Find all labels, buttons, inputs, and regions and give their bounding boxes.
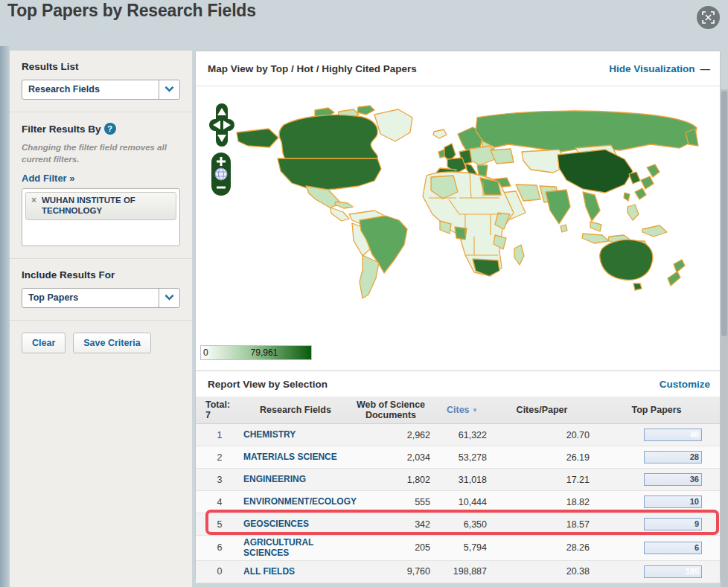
field-link[interactable]: GEOSCIENCES [243,517,309,530]
top-papers-bar: 10 [644,495,702,508]
table-row-highlighted: 5 GEOSCIENCES 342 6,350 18.57 9 [196,513,720,536]
expand-icon [702,11,715,24]
main-panel: Map View by Top / Hot / Highly Cited Pap… [195,51,721,580]
cites-per-paper-value: 17.21 [491,475,593,485]
field-link[interactable]: MATERIALS SCIENCE [243,450,337,463]
report-table: Total:7 Research Fields Web of Science D… [196,397,720,579]
chevron-down-icon [165,83,174,92]
column-header-top-papers[interactable]: Top Papers [593,402,720,417]
row-rank: 4 [196,497,243,507]
world-map[interactable] [203,103,717,341]
cites-value: 6,350 [434,519,491,530]
hide-visualization-link[interactable]: Hide Visualization— [609,51,710,86]
field-link[interactable]: ALL FIELDS [243,565,295,578]
filter-note: Changing the filter field removes all cu… [22,142,180,165]
results-list-heading: Results List [22,61,180,72]
wos-documents-value: 342 [348,519,434,530]
cites-per-paper-value: 18.57 [491,519,593,530]
filter-chip-label: WUHAN INSTITUTE OF TECHNOLOGY [42,196,135,215]
field-link[interactable]: ENGINEERING [243,472,306,486]
row-rank: 6 [196,542,243,553]
legend-max-value: 79,961 [251,347,278,358]
top-papers-bar: 9 [644,518,702,530]
field-link[interactable]: AGRICULTURAL SCIENCES [243,536,348,560]
report-view-header: Report View by Selection Customize [196,371,720,397]
legend-min-value: 0 [203,347,208,358]
include-results-dropdown-button[interactable] [159,289,179,307]
results-list-select[interactable]: Research Fields [22,80,180,100]
scrollbar-thumb[interactable] [721,91,727,336]
table-row: 2 MATERIALS SCIENCE 2,034 53,278 26.19 2… [196,446,720,469]
table-row: 0 ALL FIELDS 9,760 198,887 20.38 185 [196,561,720,583]
field-link[interactable]: ENVIRONMENT/ECOLOGY [243,495,357,508]
cites-value: 61,322 [434,430,491,440]
top-papers-bar: 185 [644,565,702,578]
wos-documents-value: 205 [348,542,434,553]
top-papers-bar: 6 [644,542,702,554]
wos-documents-value: 2,962 [348,430,434,440]
wos-documents-value: 555 [348,497,434,507]
map-pan-control[interactable] [209,103,234,147]
top-papers-bar: 28 [644,451,702,463]
sort-desc-icon: ▼ [472,407,478,414]
cites-per-paper-value: 18.82 [491,497,593,507]
clear-button[interactable]: Clear [22,333,66,353]
include-results-section: Include Results For Top Papers [10,259,192,321]
column-header-cites-per-paper[interactable]: Cites/Paper [491,402,593,417]
column-header-research-fields[interactable]: Research Fields [243,402,348,417]
sidebar: Results List Research Fields Filter Resu… [10,51,192,587]
row-rank: 3 [196,475,243,485]
filter-chip[interactable]: × WUHAN INSTITUTE OF TECHNOLOGY [25,192,176,220]
cites-per-paper-value: 20.70 [491,430,593,440]
cites-value: 53,278 [434,452,491,463]
results-list-selected-value: Research Fields [22,80,159,99]
include-results-selected-value: Top Papers [22,289,159,307]
map-view-header: Map View by Top / Hot / Highly Cited Pap… [196,51,720,86]
sidebar-buttons-section: Clear Save Criteria [10,321,192,365]
expand-button[interactable] [697,6,720,29]
filter-section: Filter Results By? Changing the filter f… [10,112,192,259]
chevron-down-icon [165,291,174,301]
map-view-title: Map View by Top / Hot / Highly Cited Pap… [208,51,417,86]
report-view-title: Report View by Selection [208,371,328,397]
include-results-select[interactable]: Top Papers [22,288,180,308]
scrollbar[interactable] [721,89,728,587]
filter-heading: Filter Results By? [22,123,180,135]
results-list-dropdown-button[interactable] [159,80,179,99]
column-header-wos-documents[interactable]: Web of Science Documents [348,397,434,423]
table-row: 4 ENVIRONMENT/ECOLOGY 555 10,444 18.82 1… [196,491,720,513]
row-rank: 1 [196,430,243,440]
app-header: Top Papers by Research Fields [0,0,728,46]
cites-value: 5,794 [434,542,491,553]
cites-value: 198,887 [434,566,491,577]
top-papers-bar: 36 [644,473,702,486]
table-header-row: Total:7 Research Fields Web of Science D… [196,397,720,424]
results-list-section: Results List Research Fields [10,51,192,112]
page: Top Papers by Research Fields Results Li… [0,0,728,587]
row-rank: 2 [196,452,243,463]
map-zoom-control[interactable] [211,153,231,196]
save-criteria-button[interactable]: Save Criteria [73,333,150,353]
include-results-heading: Include Results For [22,269,180,280]
row-rank: 0 [196,566,243,577]
remove-filter-icon[interactable]: × [31,195,36,206]
table-row: 1 CHEMISTRY 2,962 61,322 20.70 48 [196,424,720,446]
map-legend: 0 79,961 [200,345,312,360]
cites-value: 31,018 [434,475,491,485]
cites-value: 10,444 [434,497,491,507]
table-row: 3 ENGINEERING 1,802 31,018 17.21 36 [196,469,720,491]
wos-documents-value: 2,034 [348,452,434,463]
column-header-cites[interactable]: Cites ▼ [434,402,491,417]
customize-link[interactable]: Customize [660,371,710,397]
page-edge-strip [0,46,10,587]
page-title: Top Papers by Research Fields [7,1,256,21]
field-link[interactable]: CHEMISTRY [243,428,296,441]
add-filter-link[interactable]: Add Filter » [22,173,75,184]
help-icon[interactable]: ? [104,123,116,135]
table-row: 6 AGRICULTURAL SCIENCES 205 5,794 28.26 … [196,536,720,561]
cites-per-paper-value: 26.19 [491,452,593,463]
total-count: Total:7 [196,397,243,423]
globe-icon [215,168,227,180]
top-papers-bar: 48 [644,429,702,441]
minus-icon: — [700,63,711,74]
